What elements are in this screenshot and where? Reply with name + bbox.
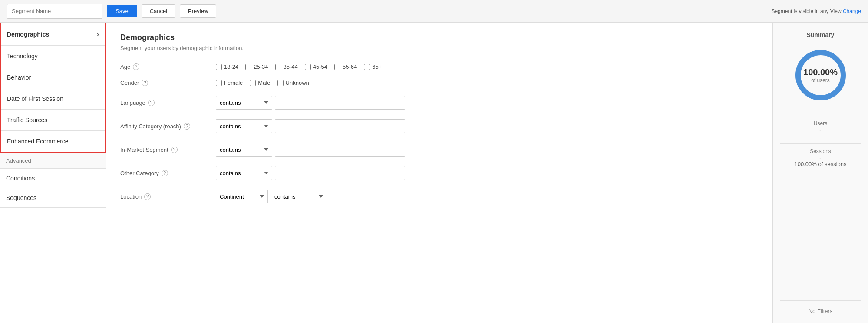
location-label: Location ? (120, 193, 216, 200)
gender-checkbox-male[interactable]: Male (250, 80, 270, 86)
content-area: Demographics Segment your users by demog… (106, 23, 772, 323)
other-category-label: Other Category ? (120, 170, 216, 176)
language-condition-select[interactable]: contains does not contain equals starts … (216, 96, 272, 110)
donut-center: 100.00% of users (803, 67, 838, 83)
advanced-section-header: Advanced (0, 153, 106, 169)
summary-donut-chart: 100.00% of users (792, 47, 849, 103)
segment-name-input[interactable] (7, 4, 102, 19)
gender-row: Gender ? Female Male Unknown (120, 80, 759, 86)
affinity-value-input[interactable] (275, 119, 405, 133)
users-value: - (814, 127, 827, 133)
sidebar-item-enhanced-ecommerce[interactable]: Enhanced Ecommerce (1, 131, 105, 152)
age-checkbox-65plus[interactable]: 65+ (364, 63, 382, 70)
other-category-condition-select[interactable]: contains does not contain equals starts … (216, 166, 272, 180)
preview-button[interactable]: Preview (180, 4, 216, 18)
language-value-input[interactable] (275, 96, 405, 110)
sessions-label: Sessions (795, 148, 847, 154)
affinity-category-row: Affinity Category (reach) ? contains doe… (120, 119, 759, 133)
age-checkbox-25-34[interactable]: 25-34 (245, 63, 268, 70)
gender-checkbox-female[interactable]: Female (216, 80, 243, 86)
sidebar: Demographics › Technology Behavior Date … (0, 23, 106, 323)
age-label: Age ? (120, 63, 216, 70)
age-checkbox-55-64[interactable]: 55-64 (334, 63, 357, 70)
location-type-select[interactable]: Continent Country Region City (216, 190, 268, 203)
sidebar-item-sequences[interactable]: Sequences (0, 188, 106, 208)
sessions-value: - (795, 154, 847, 161)
content-subtitle: Segment your users by demographic inform… (120, 45, 759, 51)
summary-users-stat: Users - (814, 120, 827, 133)
users-label: Users (814, 120, 827, 127)
affinity-category-label: Affinity Category (reach) ? (120, 123, 216, 130)
no-filters-label: No Filters (780, 300, 861, 314)
sidebar-item-date-of-first-session[interactable]: Date of First Session (1, 88, 105, 110)
chevron-right-icon: › (97, 30, 99, 38)
summary-panel: Summary 100.00% of users Users - Session… (772, 23, 868, 323)
top-bar: Save Cancel Preview Segment is visible i… (0, 0, 868, 23)
age-checkboxes: 18-24 25-34 35-44 45-54 55-64 65+ (216, 63, 382, 70)
change-link[interactable]: Change (843, 8, 861, 14)
cancel-button[interactable]: Cancel (142, 4, 175, 18)
in-market-value-input[interactable] (275, 143, 405, 157)
age-checkbox-18-24-input[interactable] (216, 64, 222, 70)
location-row: Location ? Continent Country Region City… (120, 190, 759, 203)
language-help-icon[interactable]: ? (148, 100, 155, 106)
sidebar-item-behavior[interactable]: Behavior (1, 67, 105, 88)
location-help-icon[interactable]: ? (144, 193, 151, 200)
sidebar-item-conditions[interactable]: Conditions (0, 169, 106, 188)
summary-divider-2 (780, 143, 861, 144)
sessions-percent: 100.00% of sessions (795, 161, 847, 167)
age-row: Age ? 18-24 25-34 35-44 45-54 55-64 (120, 63, 759, 70)
other-category-value-input[interactable] (275, 166, 405, 180)
summary-divider-1 (780, 116, 861, 116)
sidebar-item-technology[interactable]: Technology (1, 46, 105, 67)
gender-checkbox-unknown[interactable]: Unknown (277, 80, 309, 86)
age-checkbox-45-54-input[interactable] (305, 64, 311, 70)
gender-label: Gender ? (120, 80, 216, 86)
age-checkbox-35-44-input[interactable] (275, 64, 281, 70)
gender-checkbox-male-input[interactable] (250, 80, 256, 86)
segment-visibility: Segment is visible in any View Change (771, 8, 861, 14)
other-category-row: Other Category ? contains does not conta… (120, 166, 759, 180)
age-checkbox-45-54[interactable]: 45-54 (305, 63, 327, 70)
language-label: Language ? (120, 100, 216, 106)
gender-checkboxes: Female Male Unknown (216, 80, 309, 86)
age-help-icon[interactable]: ? (133, 63, 139, 70)
affinity-help-icon[interactable]: ? (184, 123, 190, 130)
age-checkbox-18-24[interactable]: 18-24 (216, 63, 238, 70)
location-condition-select[interactable]: contains does not contain equals starts … (271, 190, 327, 203)
in-market-segment-row: In-Market Segment ? contains does not co… (120, 143, 759, 157)
location-value-input[interactable] (330, 190, 442, 203)
sidebar-item-demographics[interactable]: Demographics › (1, 23, 105, 46)
summary-sessions-stat: Sessions - 100.00% of sessions (795, 148, 847, 167)
in-market-condition-select[interactable]: contains does not contain equals starts … (216, 143, 272, 157)
in-market-help-icon[interactable]: ? (171, 147, 178, 153)
gender-checkbox-female-input[interactable] (216, 80, 222, 86)
other-category-help-icon[interactable]: ? (162, 170, 168, 176)
language-row: Language ? contains does not contain equ… (120, 96, 759, 110)
age-checkbox-55-64-input[interactable] (334, 64, 340, 70)
age-checkbox-65plus-input[interactable] (364, 64, 370, 70)
in-market-segment-label: In-Market Segment ? (120, 147, 216, 153)
gender-help-icon[interactable]: ? (142, 80, 148, 86)
save-button[interactable]: Save (107, 5, 137, 17)
gender-checkbox-unknown-input[interactable] (277, 80, 284, 86)
age-checkbox-35-44[interactable]: 35-44 (275, 63, 298, 70)
main-layout: Demographics › Technology Behavior Date … (0, 23, 868, 323)
sidebar-item-traffic-sources[interactable]: Traffic Sources (1, 110, 105, 131)
summary-divider-3 (780, 178, 861, 178)
donut-label: of users (803, 77, 838, 83)
sidebar-main-section: Demographics › Technology Behavior Date … (0, 23, 106, 153)
donut-percentage: 100.00% (803, 67, 838, 77)
affinity-condition-select[interactable]: contains does not contain equals starts … (216, 119, 272, 133)
content-title: Demographics (120, 33, 759, 42)
summary-title: Summary (807, 31, 835, 38)
age-checkbox-25-34-input[interactable] (245, 64, 251, 70)
